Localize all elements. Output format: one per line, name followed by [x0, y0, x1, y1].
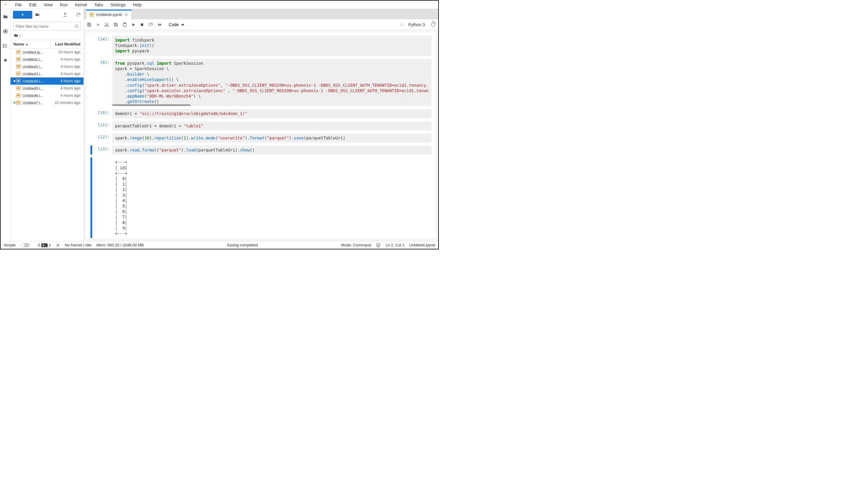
stop-icon[interactable] — [140, 23, 144, 27]
cut-icon[interactable] — [104, 22, 109, 27]
celltype-select[interactable]: Code — [166, 21, 185, 28]
upload-icon[interactable] — [62, 12, 68, 17]
file-row[interactable]: Untitled7.i...10 minutes ago — [11, 99, 84, 106]
svg-rect-2 — [5, 31, 6, 32]
menu-kernel[interactable]: Kernel — [71, 1, 90, 8]
notebook-cell[interactable]: [6]:from pyspark.sql import SparkSession… — [90, 59, 431, 106]
terminal-icon[interactable]: $_ — [41, 243, 48, 247]
paste-icon[interactable] — [122, 22, 127, 27]
file-row[interactable]: Untitled4.i...4 hours ago — [11, 77, 84, 84]
folder-icon[interactable] — [2, 14, 8, 20]
save-icon[interactable] — [87, 22, 92, 27]
kernel-busy-icon — [399, 22, 404, 27]
notebook-cell[interactable]: [11]:parquetTableUri = demoUri + "table1… — [90, 121, 431, 130]
notebook-cell[interactable]: [12]:spark.range(10).repartition(1).writ… — [90, 133, 431, 142]
copy-icon[interactable] — [113, 22, 118, 27]
file-row[interactable]: Untitled2.i...4 hours ago — [11, 63, 84, 70]
notebook-toolbar: Code Python 3 — [84, 19, 438, 30]
file-modified: 4 hours ago — [50, 57, 80, 61]
code-input[interactable]: import findspark findspark.init() import… — [112, 36, 431, 56]
cell-output: +---+ | id| +---+ | 0| | 1| | 2| | 3| | … — [112, 157, 431, 238]
svg-rect-15 — [88, 25, 90, 26]
svg-line-11 — [77, 27, 78, 28]
memory-usage: Mem: 993.25 / 2048.00 MB — [96, 243, 144, 247]
filter-files-input[interactable] — [13, 22, 81, 31]
notebook-content[interactable]: [14]:import findspark findspark.init() i… — [86, 33, 436, 239]
column-name-header[interactable]: Name ▲ — [11, 40, 50, 48]
menu-settings[interactable]: Settings — [107, 1, 130, 8]
tab-bar: Untitled4.ipynb × — [84, 9, 438, 19]
notebook-cell[interactable]: [10]:demoUri = "oci://training1@oraclebi… — [90, 109, 431, 118]
code-input[interactable]: spark.range(10).repartition(1).write.mod… — [112, 133, 431, 142]
svg-point-7 — [3, 45, 4, 46]
output-cell: +---+ | id| +---+ | 0| | 1| | 2| | 3| | … — [90, 157, 431, 238]
svg-rect-22 — [114, 23, 116, 25]
document-area: Untitled4.ipynb × Code Pytho — [84, 9, 438, 241]
new-launcher-button[interactable]: + — [13, 11, 32, 19]
running-icon[interactable] — [2, 28, 8, 34]
notebook-icon — [16, 71, 21, 76]
file-modified: 10 hours ago — [50, 50, 80, 54]
tabs-count: 0 — [38, 243, 40, 247]
notebook-icon — [16, 100, 21, 105]
file-modified: 10 minutes ago — [50, 101, 80, 105]
refresh-icon[interactable] — [76, 12, 81, 17]
code-input[interactable]: spark.read.format("parquet").load(parque… — [112, 146, 431, 154]
file-modified: 4 hours ago — [50, 72, 80, 76]
terminals-count: 2 — [49, 243, 51, 247]
cell-gutter — [90, 36, 92, 56]
file-row[interactable]: Untitled.ip...10 hours ago — [11, 49, 84, 56]
svg-point-6 — [3, 44, 4, 45]
menu-edit[interactable]: Edit — [25, 1, 40, 8]
column-modified-header[interactable]: Last Modified — [50, 40, 84, 48]
notebook-cell[interactable]: [13]:spark.read.format("parquet").load(p… — [90, 146, 431, 154]
menu-tabs[interactable]: Tabs — [91, 1, 107, 8]
add-cell-icon[interactable] — [96, 23, 100, 27]
svg-text:+: + — [38, 14, 39, 16]
cell-prompt: [13]: — [93, 146, 112, 154]
close-icon[interactable]: × — [125, 12, 128, 17]
svg-point-28 — [57, 244, 58, 246]
menu-file[interactable]: File — [12, 1, 25, 8]
kernel-name[interactable]: Python 3 — [408, 22, 425, 27]
new-folder-icon[interactable]: + — [35, 12, 40, 17]
kernel-status-text[interactable]: No Kernel | Idle — [65, 243, 92, 247]
toc-icon[interactable] — [2, 43, 8, 49]
file-row[interactable]: Untitled3.i...4 hours ago — [11, 70, 84, 77]
code-input[interactable]: demoUri = "oci://training1@oraclebigdata… — [112, 109, 431, 118]
save-status: Saving completed — [227, 243, 258, 247]
menu-view[interactable]: View — [40, 1, 56, 8]
file-name: Untitled5.i... — [23, 86, 50, 91]
svg-rect-23 — [115, 24, 117, 26]
notebook-icon — [90, 13, 94, 17]
simple-mode-toggle[interactable] — [20, 243, 30, 247]
run-all-icon[interactable] — [157, 23, 162, 27]
file-row[interactable]: Untitled1.i...4 hours ago — [11, 56, 84, 63]
restart-icon[interactable] — [148, 22, 153, 27]
notebook-icon — [16, 79, 21, 83]
trusted-icon[interactable] — [376, 243, 381, 248]
menu-bar: FileEditViewRunKernelTabsSettingsHelp — [1, 1, 438, 9]
cell-gutter — [90, 59, 92, 106]
tab-untitled4[interactable]: Untitled4.ipynb × — [86, 10, 132, 19]
file-browser: + + / Name ▲ Last Modified Untitled.i — [11, 9, 84, 241]
extensions-icon[interactable] — [2, 57, 8, 63]
svg-point-8 — [3, 47, 4, 48]
file-row[interactable]: Untitled5.i...4 hours ago — [11, 84, 84, 92]
svg-rect-26 — [141, 23, 143, 25]
code-input[interactable]: parquetTableUri = demoUri + "table1" — [112, 121, 431, 130]
cell-gutter — [90, 146, 92, 154]
menu-run[interactable]: Run — [56, 1, 71, 8]
notebook-cell[interactable]: [14]:import findspark findspark.init() i… — [90, 36, 431, 56]
modified-dot-icon — [14, 80, 15, 82]
lsp-icon[interactable] — [56, 243, 60, 247]
run-icon[interactable] — [131, 23, 136, 27]
breadcrumb[interactable]: / — [11, 32, 84, 40]
menu-help[interactable]: Help — [129, 1, 145, 8]
file-name: Untitled.ip... — [23, 50, 50, 55]
gear-icon[interactable] — [431, 20, 437, 25]
svg-point-13 — [434, 23, 436, 24]
code-input[interactable]: from pyspark.sql import SparkSession spa… — [112, 59, 431, 106]
file-name: Untitled6.i... — [23, 93, 50, 98]
file-row[interactable]: Untitled6.i...4 hours ago — [11, 92, 84, 99]
